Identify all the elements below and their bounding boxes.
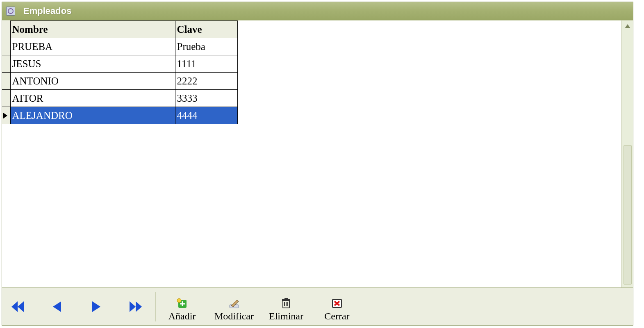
svg-marker-5 — [92, 301, 100, 312]
bottom-toolbar: Añadir Modificar — [2, 287, 633, 325]
svg-marker-3 — [11, 301, 18, 312]
cell-clave[interactable]: 1111 — [175, 55, 237, 73]
add-button[interactable]: Añadir — [164, 298, 200, 322]
nav-prev-button[interactable] — [50, 299, 64, 314]
content-area: Nombre Clave PRUEBAPruebaJESUS1111ANTONI… — [2, 20, 633, 287]
delete-button[interactable]: Eliminar — [268, 298, 305, 322]
svg-marker-2 — [18, 301, 24, 312]
row-indicator[interactable] — [2, 90, 10, 107]
add-label: Añadir — [168, 311, 196, 322]
table-row[interactable]: AITOR3333 — [2, 90, 237, 107]
nav-last-button[interactable] — [128, 299, 143, 314]
column-header-nombre[interactable]: Nombre — [10, 21, 175, 38]
cell-nombre[interactable]: AITOR — [10, 90, 175, 107]
cell-clave[interactable]: 2222 — [175, 73, 237, 90]
close-label: Cerrar — [324, 311, 349, 322]
table-row[interactable]: JESUS1111 — [2, 55, 237, 73]
row-indicator-header — [2, 21, 10, 38]
nav-next-button[interactable] — [89, 299, 104, 314]
cell-nombre[interactable]: PRUEBA — [10, 38, 175, 55]
edit-icon — [228, 298, 240, 309]
table-row[interactable]: PRUEBAPrueba — [2, 38, 237, 55]
cell-clave[interactable]: Prueba — [175, 38, 237, 55]
row-indicator[interactable] — [2, 107, 10, 124]
current-row-marker-icon — [3, 113, 7, 118]
svg-marker-4 — [53, 301, 61, 312]
cell-clave[interactable]: 3333 — [175, 90, 237, 107]
row-indicator[interactable] — [2, 38, 10, 55]
close-icon — [331, 298, 343, 309]
nav-first-button[interactable] — [10, 299, 25, 314]
titlebar: Empleados — [2, 2, 633, 20]
add-icon — [176, 298, 188, 309]
grid-container: Nombre Clave PRUEBAPruebaJESUS1111ANTONI… — [2, 20, 621, 287]
window-title: Empleados — [23, 6, 71, 16]
modify-button[interactable]: Modificar — [214, 298, 254, 322]
table-row[interactable]: ANTONIO2222 — [2, 73, 237, 90]
row-indicator[interactable] — [2, 55, 10, 73]
action-buttons: Añadir Modificar — [164, 288, 355, 325]
vertical-scrollbar[interactable] — [621, 20, 633, 287]
scroll-up-icon[interactable] — [624, 22, 632, 30]
svg-rect-13 — [284, 298, 288, 300]
employees-table: Nombre Clave PRUEBAPruebaJESUS1111ANTONI… — [2, 20, 238, 124]
delete-label: Eliminar — [269, 311, 303, 322]
svg-marker-0 — [625, 24, 630, 28]
cell-nombre[interactable]: ANTONIO — [10, 73, 175, 90]
record-navigator — [6, 288, 151, 325]
modify-label: Modificar — [214, 311, 254, 322]
column-header-clave[interactable]: Clave — [175, 21, 237, 38]
svg-marker-6 — [130, 301, 136, 312]
close-button[interactable]: Cerrar — [319, 298, 355, 322]
cell-clave[interactable]: 4444 — [175, 107, 237, 124]
scroll-thumb[interactable] — [624, 145, 632, 285]
scroll-track[interactable] — [624, 30, 632, 278]
app-icon — [6, 7, 15, 16]
svg-marker-7 — [136, 301, 142, 312]
toolbar-separator — [155, 292, 156, 321]
cell-nombre[interactable]: ALEJANDRO — [10, 107, 175, 124]
svg-point-9 — [177, 298, 181, 303]
row-indicator[interactable] — [2, 73, 10, 90]
trash-icon — [280, 298, 292, 309]
cell-nombre[interactable]: JESUS — [10, 55, 175, 73]
table-row[interactable]: ALEJANDRO4444 — [2, 107, 237, 124]
app-window: Empleados Nombre Clave PRUEBAPruebaJESUS… — [2, 2, 633, 326]
